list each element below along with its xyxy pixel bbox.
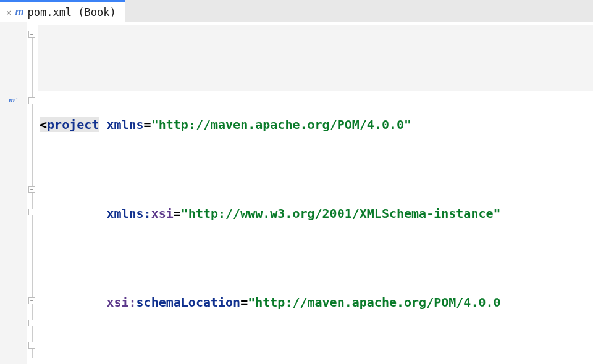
fold-end-handle[interactable]: − [28,342,35,349]
fold-end-handle[interactable]: − [28,297,35,304]
editor-tab[interactable]: ✕ m pom.xml (Book) [0,0,125,22]
close-icon[interactable]: ✕ [6,7,11,17]
code-line[interactable]: xsi:schemaLocation="http://maven.apache.… [38,291,593,313]
fold-handle[interactable]: − [28,209,35,215]
fold-gutter: − + − − − − − [27,22,38,364]
tab-title: pom.xml (Book) [27,6,116,19]
fold-handle[interactable]: − [28,31,35,38]
code-line[interactable]: <project xmlns="http://maven.apache.org/… [38,114,593,136]
fold-handle-expand[interactable]: + [28,97,35,104]
fold-handle[interactable]: − [28,186,35,193]
code-editor[interactable]: <project xmlns="http://maven.apache.org/… [38,22,593,364]
maven-file-icon: m [15,6,23,19]
editor-area: m↑ − + − − − − − <project xmlns="http://… [0,22,593,364]
tab-bar: ✕ m pom.xml (Book) [0,0,593,22]
code-line[interactable]: xmlns:xsi="http://www.w3.org/2001/XMLSch… [38,202,593,225]
override-method-icon[interactable]: m↑ [9,95,19,105]
gutter: m↑ [0,22,27,364]
fold-end-handle[interactable]: − [28,320,35,326]
